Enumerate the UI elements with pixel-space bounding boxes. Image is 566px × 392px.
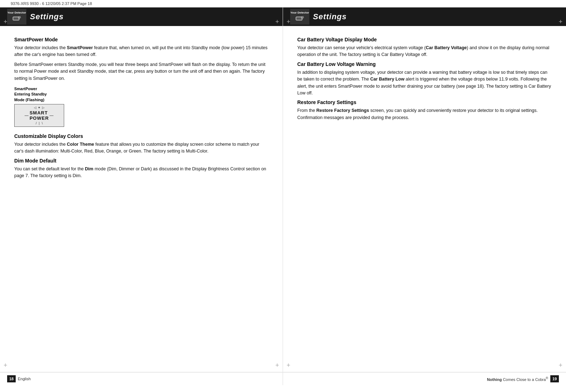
smart-power-text: SMARTPOWER <box>30 110 49 121</box>
left-header: Your Detector Settings <box>0 7 283 26</box>
cross-mark-rt-tr: + <box>559 18 562 26</box>
cross-mark-tl: + <box>4 18 7 26</box>
top-bar: 9376-XRS 9930 - 6 12/20/05 2:37 PM Page … <box>0 0 566 7</box>
dim-mode-para: You can set the default level for the Di… <box>14 166 268 180</box>
icon-slash-1: / <box>36 122 37 125</box>
left-content-area: SmartPower Mode Your detector includes t… <box>0 33 283 190</box>
icon-arrow-left: ◁ <box>34 106 36 109</box>
section-dim-mode: Dim Mode Default You can set the default… <box>14 158 268 180</box>
left-section-title: Settings <box>30 12 64 21</box>
smartpower-diagram: SmartPowerEntering StandbyMode (Flashing… <box>14 86 268 127</box>
section-car-battery-voltage: Car Battery Voltage Display Mode Your de… <box>297 37 552 58</box>
car-battery-low-para: In addition to displaying system voltage… <box>297 69 552 97</box>
car-battery-low-heading: Car Battery Low Voltage Warning <box>297 61 552 67</box>
right-section-title: Settings <box>313 12 347 21</box>
right-content-area: Car Battery Voltage Display Mode Your de… <box>283 33 566 131</box>
left-page: + + + + Your Detector <box>0 7 283 385</box>
page-num-18: 18 <box>7 375 16 382</box>
dash-left: — <box>25 113 29 118</box>
left-detector-icon <box>12 14 22 22</box>
car-battery-voltage-heading: Car Battery Voltage Display Mode <box>297 37 552 42</box>
section-car-battery-low: Car Battery Low Voltage Warning In addit… <box>297 61 552 97</box>
section-customizable-display: Customizable Display Colors Your detecto… <box>14 133 268 155</box>
restore-factory-heading: Restore Factory Settings <box>297 99 552 105</box>
dash-right: — <box>50 113 54 118</box>
dim-mode-heading: Dim Mode Default <box>14 158 268 164</box>
cross-mark-br: + <box>275 362 279 369</box>
right-detector-icon <box>295 14 305 22</box>
section-restore-factory: Restore Factory Settings From the Restor… <box>297 99 552 121</box>
icon-bar: | <box>39 122 40 125</box>
display-top-icons: ◁ ✦ ▷ <box>34 106 45 109</box>
smartpower-para-2: Before SmartPower enters Standby mode, y… <box>14 61 268 82</box>
page-num-19: 19 <box>550 375 559 382</box>
page-number-left: 18 English <box>7 375 31 382</box>
smartpower-heading: SmartPower Mode <box>14 37 268 42</box>
diagram-label: SmartPowerEntering StandbyMode (Flashing… <box>14 86 268 103</box>
svg-line-4 <box>20 16 21 17</box>
right-header: Your Detector Settings <box>283 7 566 26</box>
svg-point-3 <box>19 17 20 18</box>
cross-mark-rt-bl: + <box>287 362 290 369</box>
display-bottom-icons: / | \ <box>36 122 42 125</box>
right-your-detector-label: Your Detector <box>290 11 309 14</box>
customizable-display-para: Your detector includes the Color Theme f… <box>14 141 268 155</box>
icon-arrow-right: ▷ <box>42 106 45 109</box>
icon-tick: ✦ <box>38 106 41 109</box>
display-box: ◁ ✦ ▷ — SMARTPOWER — / | \ <box>14 104 64 127</box>
left-header-icon-box: Your Detector <box>7 9 26 25</box>
cross-mark-tr: + <box>275 18 279 26</box>
page-number-right-container: Nothing Comes Close to a Cobra® 19 <box>487 375 559 382</box>
icon-backslash: \ <box>42 122 43 125</box>
right-page: + + + + Your Detector Settings <box>283 7 566 385</box>
page-tagline: Nothing Comes Close to a Cobra® <box>487 376 548 382</box>
svg-rect-1 <box>14 17 19 20</box>
page-container: + + + + Your Detector <box>0 7 566 385</box>
restore-factory-para: From the Restore Factory Settings screen… <box>297 107 552 121</box>
right-header-icon-box: Your Detector <box>290 9 309 25</box>
top-bar-text: 9376-XRS 9930 - 6 12/20/05 2:37 PM Page … <box>11 1 92 6</box>
cross-mark-rt-tl: + <box>287 18 290 26</box>
smartpower-para-1: Your detector includes the SmartPower fe… <box>14 45 268 58</box>
page-lang-label: English <box>18 377 31 381</box>
left-bottom-bar: 18 English <box>0 372 283 385</box>
right-bottom-bar: Nothing Comes Close to a Cobra® 19 <box>283 372 566 385</box>
customizable-display-heading: Customizable Display Colors <box>14 133 268 139</box>
svg-rect-7 <box>297 17 302 20</box>
reg-mark: ® <box>546 376 548 380</box>
section-smartpower-mode: SmartPower Mode Your detector includes t… <box>14 37 268 127</box>
cross-mark-rt-br: + <box>559 362 562 369</box>
display-main-text: — SMARTPOWER — <box>24 110 55 121</box>
svg-point-9 <box>302 17 303 18</box>
cross-mark-bl: + <box>4 362 7 369</box>
car-battery-voltage-para: Your detector can sense your vehicle's e… <box>297 45 552 58</box>
svg-line-10 <box>303 16 304 17</box>
left-your-detector-label: Your Detector <box>7 11 26 14</box>
